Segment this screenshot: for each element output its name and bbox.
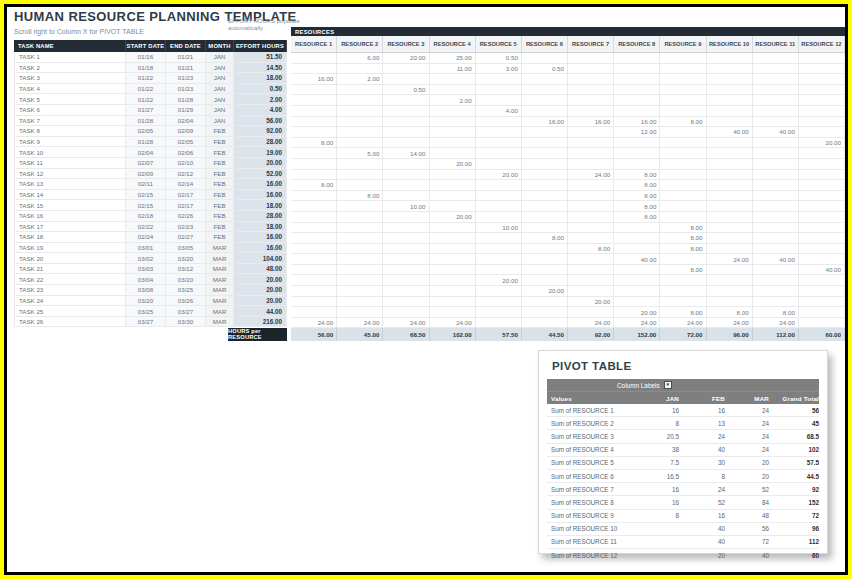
- task-effort-cell[interactable]: 16.00: [234, 190, 287, 201]
- resource-cell[interactable]: [337, 201, 383, 212]
- resource-cell[interactable]: [383, 180, 429, 191]
- pivot-feb-cell[interactable]: 16: [681, 407, 727, 414]
- task-effort-cell[interactable]: 20.00: [234, 296, 287, 307]
- task-end-cell[interactable]: 01/23: [166, 73, 206, 84]
- task-start-cell[interactable]: 01/22: [126, 94, 166, 105]
- task-name-cell[interactable]: TASK 5: [14, 94, 126, 105]
- task-start-cell[interactable]: 02/18: [126, 211, 166, 222]
- task-name-cell[interactable]: TASK 25: [14, 306, 126, 317]
- task-end-cell[interactable]: 03/27: [166, 306, 206, 317]
- resource-cell[interactable]: [799, 170, 845, 181]
- resource-cell[interactable]: [522, 254, 568, 265]
- resource-cell[interactable]: 8.00: [614, 191, 660, 202]
- resource-cell[interactable]: [568, 307, 614, 318]
- pivot-feb-cell[interactable]: 52: [681, 499, 727, 506]
- resource-cell[interactable]: [660, 138, 706, 149]
- resource-cell[interactable]: [753, 244, 799, 255]
- resource-cell[interactable]: [707, 106, 753, 117]
- resource-cell[interactable]: 24.00: [707, 254, 753, 265]
- resource-cell[interactable]: [660, 180, 706, 191]
- resource-cell[interactable]: 8.00: [660, 223, 706, 234]
- resource-cell[interactable]: 2.00: [430, 95, 476, 106]
- task-month-cell[interactable]: MAR: [206, 296, 234, 307]
- resource-cell[interactable]: [568, 201, 614, 212]
- resource-cell[interactable]: [337, 95, 383, 106]
- resource-cell[interactable]: [707, 212, 753, 223]
- resource-cell[interactable]: [753, 159, 799, 170]
- task-effort-cell[interactable]: 18.00: [234, 200, 287, 211]
- task-start-cell[interactable]: 03/01: [126, 243, 166, 254]
- task-month-cell[interactable]: MAR: [206, 306, 234, 317]
- pivot-feb-cell[interactable]: 13: [681, 420, 727, 427]
- pivot-jan-cell[interactable]: 16.5: [639, 473, 681, 480]
- resource-cell[interactable]: 20.00: [476, 275, 522, 286]
- resource-cell[interactable]: [660, 286, 706, 297]
- resource-cell[interactable]: [753, 64, 799, 75]
- task-effort-cell[interactable]: 92.00: [234, 126, 287, 137]
- resource-cell[interactable]: 40.00: [753, 254, 799, 265]
- task-name-cell[interactable]: TASK 4: [14, 84, 126, 95]
- task-month-cell[interactable]: JAN: [206, 94, 234, 105]
- task-effort-cell[interactable]: 14.50: [234, 63, 287, 74]
- resource-cell[interactable]: [753, 138, 799, 149]
- resource-cell[interactable]: [707, 297, 753, 308]
- resource-cell[interactable]: [383, 244, 429, 255]
- pivot-jan-cell[interactable]: 16: [639, 499, 681, 506]
- task-end-cell[interactable]: 01/29: [166, 105, 206, 116]
- resource-cell[interactable]: [383, 95, 429, 106]
- resource-cell[interactable]: [383, 117, 429, 128]
- resource-cell[interactable]: [383, 212, 429, 223]
- task-end-cell[interactable]: 02/12: [166, 169, 206, 180]
- resource-cell[interactable]: [799, 191, 845, 202]
- resource-cell[interactable]: [291, 95, 337, 106]
- resource-cell[interactable]: [291, 148, 337, 159]
- resource-cell[interactable]: [568, 254, 614, 265]
- task-end-cell[interactable]: 03/12: [166, 264, 206, 275]
- resource-cell[interactable]: [753, 201, 799, 212]
- resource-cell[interactable]: [430, 170, 476, 181]
- resource-cell[interactable]: 20.00: [476, 170, 522, 181]
- resource-cell[interactable]: [476, 212, 522, 223]
- resource-cell[interactable]: [568, 148, 614, 159]
- resource-cell[interactable]: [291, 307, 337, 318]
- resource-cell[interactable]: [614, 95, 660, 106]
- resource-cell[interactable]: [799, 180, 845, 191]
- pivot-mar-cell[interactable]: 24: [727, 420, 771, 427]
- resource-cell[interactable]: [568, 64, 614, 75]
- resource-cell[interactable]: [799, 233, 845, 244]
- resource-cell[interactable]: 8.00: [660, 244, 706, 255]
- resource-cell[interactable]: [614, 286, 660, 297]
- resource-cell[interactable]: 3.00: [476, 64, 522, 75]
- pivot-jan-cell[interactable]: 16: [639, 486, 681, 493]
- resource-cell[interactable]: [383, 106, 429, 117]
- resource-cell[interactable]: [383, 64, 429, 75]
- task-end-cell[interactable]: 02/05: [166, 137, 206, 148]
- resource-cell[interactable]: 11.00: [430, 64, 476, 75]
- task-month-cell[interactable]: FEB: [206, 232, 234, 243]
- resource-cell[interactable]: [337, 233, 383, 244]
- resource-cell[interactable]: 8.00: [660, 117, 706, 128]
- resource-cell[interactable]: [753, 275, 799, 286]
- task-start-cell[interactable]: 01/28: [126, 137, 166, 148]
- task-month-cell[interactable]: FEB: [206, 200, 234, 211]
- resource-cell[interactable]: [799, 127, 845, 138]
- pivot-feb-cell[interactable]: 30: [681, 459, 727, 466]
- task-name-cell[interactable]: TASK 9: [14, 137, 126, 148]
- resource-cell[interactable]: [522, 74, 568, 85]
- resource-cell[interactable]: [707, 170, 753, 181]
- pivot-feb-cell[interactable]: 20: [681, 552, 727, 559]
- task-start-cell[interactable]: 01/16: [126, 52, 166, 63]
- resource-cell[interactable]: 20.00: [430, 159, 476, 170]
- resource-cell[interactable]: [568, 74, 614, 85]
- resource-cell[interactable]: [614, 233, 660, 244]
- task-name-cell[interactable]: TASK 18: [14, 232, 126, 243]
- task-month-cell[interactable]: MAR: [206, 264, 234, 275]
- resource-cell[interactable]: [707, 53, 753, 64]
- resource-cell[interactable]: 24.00: [568, 170, 614, 181]
- resource-cell[interactable]: [707, 95, 753, 106]
- resource-cell[interactable]: [337, 307, 383, 318]
- task-start-cell[interactable]: 01/18: [126, 63, 166, 74]
- resource-cell[interactable]: [522, 212, 568, 223]
- resource-cell[interactable]: [430, 307, 476, 318]
- resource-cell[interactable]: [337, 159, 383, 170]
